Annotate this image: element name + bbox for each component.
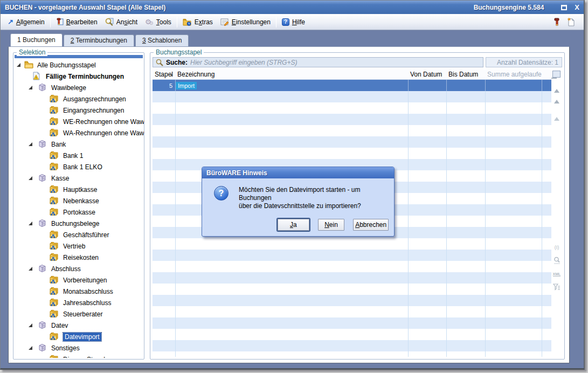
- table-row-empty[interactable]: [153, 102, 551, 114]
- tree-item-we-rechnungen-ohne-wawi[interactable]: WE-Rechnungen ohne Wawi: [13, 116, 144, 127]
- search-bar[interactable]: Suche:: [153, 57, 483, 67]
- menu-item-ansicht[interactable]: Ansicht: [101, 16, 141, 27]
- cell-empty: [408, 159, 446, 170]
- table-row-empty[interactable]: [153, 114, 551, 125]
- tree-item-gesch-ftsf-hrer[interactable]: Geschäftsführer: [13, 229, 144, 240]
- tree-item-steuerberater[interactable]: Steuerberater: [13, 308, 144, 320]
- tree-item-diverse-stapel[interactable]: Diverse Stapel: [13, 354, 144, 358]
- tree-item-vertrieb[interactable]: Vertrieb: [13, 240, 144, 252]
- table-row-empty[interactable]: [153, 295, 551, 306]
- scroll-top-icon[interactable]: [552, 81, 561, 89]
- xml-icon[interactable]: XML: [552, 270, 561, 278]
- table-row-empty[interactable]: [153, 148, 551, 159]
- paren-icon[interactable]: (I): [552, 243, 561, 251]
- menu-item-bearbeiten[interactable]: Bearbeiten: [52, 16, 101, 27]
- cell-empty: [446, 351, 485, 357]
- tree-expand-caret-icon[interactable]: [29, 323, 32, 327]
- table-row-empty[interactable]: [153, 125, 551, 136]
- cell-empty: [153, 182, 175, 193]
- tree-item-nebenkasse[interactable]: Nebenkasse: [13, 195, 144, 206]
- new-document-icon[interactable]: [567, 17, 575, 26]
- table-row-empty[interactable]: [153, 238, 551, 250]
- tree-expand-caret-icon[interactable]: [29, 346, 32, 350]
- tree-item-abschluss[interactable]: Abschluss: [13, 263, 144, 274]
- cell-empty: [175, 340, 408, 351]
- menu-item-hilfe[interactable]: ?Hilfe: [278, 17, 309, 27]
- tree-expand-caret-icon[interactable]: [29, 176, 32, 180]
- tree-item-label: Monatsabschluss: [63, 288, 113, 295]
- tree-item-sonstiges[interactable]: Sonstiges: [13, 342, 144, 354]
- cell-empty: [542, 136, 551, 148]
- hammer-icon[interactable]: [553, 18, 561, 26]
- tree-item-kasse[interactable]: Kasse: [13, 172, 144, 184]
- cell-empty: [175, 272, 408, 284]
- table-row-empty[interactable]: [153, 284, 551, 295]
- cube-icon: [38, 343, 47, 352]
- tree-item-jahresabschluss[interactable]: Jahresabschluss: [13, 297, 144, 308]
- tree-item-datevimport[interactable]: Datevimport: [13, 331, 144, 342]
- filter-icon[interactable]: [552, 283, 561, 291]
- restore-icon[interactable]: [561, 5, 567, 10]
- menu-label: Extras: [195, 18, 213, 26]
- tree-item-wa-rechnungen-ohne-wawi[interactable]: WA-Rechnungen ohne Wawi: [13, 127, 144, 139]
- menu-item-tools[interactable]: ⚙⚙Tools: [141, 16, 175, 27]
- menu-item-extras[interactable]: Extras: [179, 17, 217, 27]
- tab-terminbuchungen[interactable]: 2 Terminbuchungen: [64, 34, 134, 46]
- table-row-selected[interactable]: 5Import: [153, 80, 551, 91]
- tree-item-hauptkasse[interactable]: Hauptkasse: [13, 184, 144, 195]
- cell-empty: [446, 306, 485, 317]
- tree-expand-caret-icon[interactable]: [29, 222, 32, 225]
- close-icon[interactable]: X: [575, 3, 579, 11]
- cell-empty: [153, 317, 175, 329]
- cell-empty: [408, 91, 446, 102]
- scroll-up-light-icon[interactable]: [552, 115, 561, 123]
- zoom-icon[interactable]: [552, 256, 561, 264]
- table-row-empty[interactable]: [153, 272, 551, 284]
- nein-button[interactable]: Nein: [318, 219, 345, 231]
- column-header-bezeichnung[interactable]: Bezeichnung: [175, 71, 408, 78]
- tree-item-ausgangsrechnungen[interactable]: Ausgangsrechnungen: [13, 93, 144, 105]
- tree-item-monatsabschluss[interactable]: Monatsabschluss: [13, 286, 144, 297]
- tree-item-datev[interactable]: Datev: [13, 320, 144, 331]
- table-row-empty[interactable]: [153, 351, 551, 357]
- tree-expand-caret-icon[interactable]: [29, 267, 32, 271]
- tree-item-eingangsrechnungen[interactable]: Eingangsrechnungen: [13, 105, 144, 116]
- search-label: Suche:: [166, 59, 188, 66]
- tree-expand-caret-icon[interactable]: [29, 86, 32, 89]
- ja-button[interactable]: Ja: [278, 219, 309, 231]
- tab-buchungen[interactable]: 1 Buchungen: [10, 33, 63, 46]
- column-header-bis[interactable]: Bis Datum: [446, 71, 485, 78]
- tree-item-buchungsbelege[interactable]: Buchungsbelege: [13, 218, 144, 229]
- tree-item-portokasse[interactable]: Portokasse: [13, 206, 144, 218]
- tree-item-bank-1[interactable]: Bank 1: [13, 150, 144, 161]
- table-row-empty[interactable]: [153, 306, 551, 317]
- table-row-empty[interactable]: [153, 136, 551, 148]
- tree-item-wawibelege[interactable]: Wawibelege: [13, 82, 144, 93]
- table-row-empty[interactable]: [153, 91, 551, 102]
- stack-folder-icon: [49, 309, 58, 318]
- abbrechen-button[interactable]: Abbrechen: [353, 219, 389, 231]
- stack-folder-icon: [49, 162, 58, 171]
- column-header-von[interactable]: Von Datum: [408, 71, 446, 78]
- tree-expand-caret-icon[interactable]: [29, 142, 32, 146]
- table-row-empty[interactable]: [153, 340, 551, 351]
- tree-item-vorbereitungen[interactable]: Vorbereitungen: [13, 274, 144, 286]
- table-row-empty[interactable]: [153, 329, 551, 340]
- tree-item-reisekosten[interactable]: Reisekosten: [13, 252, 144, 263]
- table-row-empty[interactable]: [153, 250, 551, 261]
- menu-item-einstellungen[interactable]: Einstellungen: [217, 17, 274, 27]
- search-input[interactable]: [190, 59, 480, 66]
- tree-item-alle-buchungsstapel[interactable]: Alle Buchungsstapel: [13, 59, 144, 71]
- column-header-summe[interactable]: Summe aufgelaufen: [485, 71, 542, 78]
- tree-item-bank[interactable]: Bank: [13, 139, 144, 150]
- tree-item-bank-1-elko[interactable]: Bank 1 ELKO: [13, 161, 144, 172]
- tree-item-f-llige-terminbuchungen[interactable]: Fällige Terminbuchungen: [13, 71, 144, 82]
- menu-item-allgemein[interactable]: ↗Allgemein: [4, 16, 49, 27]
- scroll-up-icon[interactable]: [552, 98, 561, 106]
- tree-expand-caret-icon[interactable]: [17, 63, 20, 67]
- table-row-empty[interactable]: [153, 317, 551, 329]
- tab-schablonen[interactable]: 3 Schablonen: [135, 34, 189, 46]
- table-row-empty[interactable]: [153, 261, 551, 272]
- cell-empty: [175, 114, 408, 125]
- column-header-stapel[interactable]: Stapel▼: [153, 71, 175, 78]
